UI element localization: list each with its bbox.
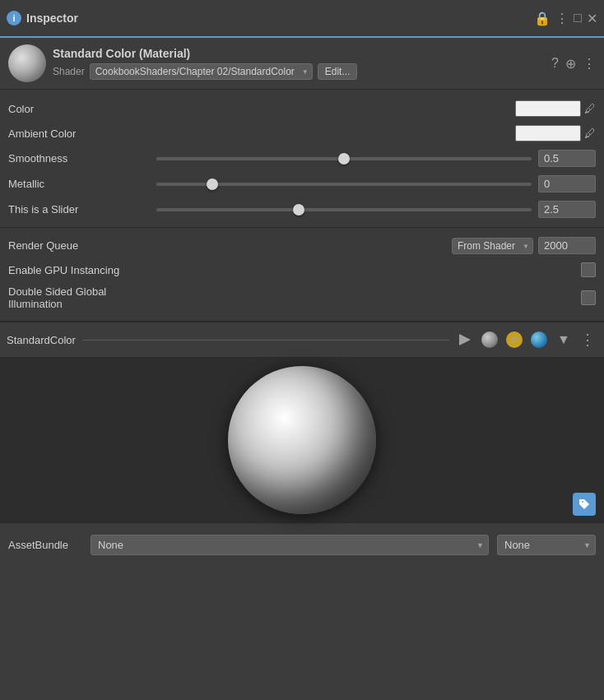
more-options-icon[interactable]: ⋮ bbox=[555, 11, 569, 26]
edit-shader-button[interactable]: Edit... bbox=[318, 63, 358, 80]
metallic-fill bbox=[156, 183, 212, 186]
custom-slider-wrap: 2.5 bbox=[156, 201, 596, 218]
custom-slider-label: This is a Slider bbox=[8, 203, 156, 216]
color-label: Color bbox=[8, 103, 156, 115]
render-queue-row: Render Queue From Shader 2000 bbox=[0, 233, 604, 258]
material-info: Standard Color (Material) Shader Cookboo… bbox=[53, 47, 545, 80]
double-sided-gi-label: Double Sided Global Illumination bbox=[8, 285, 156, 310]
preview-sphere-dropdown[interactable]: ▼ bbox=[555, 331, 573, 349]
ambient-color-swatch[interactable] bbox=[515, 125, 581, 141]
preview-divider bbox=[82, 340, 449, 341]
gpu-instancing-checkbox[interactable] bbox=[581, 262, 596, 277]
header-more-icon[interactable]: ⋮ bbox=[583, 56, 596, 72]
preview-sphere-icon[interactable] bbox=[481, 331, 499, 349]
shader-dropdown-wrap[interactable]: CookbookShaders/Chapter 02/StandardColor bbox=[90, 63, 313, 80]
close-icon[interactable]: ✕ bbox=[587, 11, 597, 26]
preview-material-sphere bbox=[228, 366, 376, 514]
bottom-section: AssetBundle None None bbox=[0, 522, 604, 567]
smoothness-row: Smoothness 0.5 bbox=[0, 146, 604, 171]
ambient-color-label: Ambient Color bbox=[8, 127, 156, 140]
ambient-color-control: 🖊 bbox=[515, 125, 596, 141]
tag-icon bbox=[578, 498, 591, 511]
color-control: 🖊 bbox=[515, 100, 596, 117]
render-queue-value[interactable]: 2000 bbox=[538, 237, 596, 254]
asset-bundle-dropdown2-wrap[interactable]: None bbox=[497, 535, 596, 555]
shader-label: Shader bbox=[53, 66, 85, 77]
custom-slider-row: This is a Slider 2.5 bbox=[0, 197, 604, 222]
asset-bundle-dropdown1-wrap[interactable]: None bbox=[91, 535, 489, 555]
section-divider bbox=[0, 227, 604, 228]
preview-play-button[interactable] bbox=[456, 331, 474, 349]
preview-bar: StandardColor ⚙ ▼ ⋮ bbox=[0, 322, 604, 358]
smoothness-thumb[interactable] bbox=[338, 153, 350, 165]
lock-icon[interactable]: 🔒 bbox=[534, 11, 551, 26]
custom-slider-value[interactable]: 2.5 bbox=[538, 201, 596, 218]
smoothness-slider-wrap: 0.5 bbox=[156, 150, 596, 167]
custom-slider-fill bbox=[156, 208, 299, 211]
header-actions: ? ⊕ ⋮ bbox=[551, 56, 596, 72]
metallic-row: Metallic 0 bbox=[0, 171, 604, 197]
custom-slider-track[interactable] bbox=[156, 208, 532, 211]
metallic-thumb[interactable] bbox=[207, 178, 218, 190]
render-queue-control: From Shader 2000 bbox=[452, 237, 596, 254]
smoothness-track[interactable] bbox=[156, 157, 532, 160]
gpu-instancing-label: Enable GPU Instancing bbox=[8, 264, 156, 276]
render-queue-dropdown-wrap[interactable]: From Shader bbox=[452, 238, 533, 254]
metallic-value[interactable]: 0 bbox=[538, 175, 596, 192]
sphere-active-shape-icon bbox=[531, 331, 547, 348]
shader-row: Shader CookbookShaders/Chapter 02/Standa… bbox=[53, 63, 545, 80]
color-swatch[interactable] bbox=[515, 100, 581, 117]
render-queue-dropdown[interactable]: From Shader bbox=[452, 238, 533, 254]
preview-active-sphere-icon[interactable] bbox=[530, 331, 548, 349]
three-dots-icon: ⋮ bbox=[580, 331, 597, 349]
material-name: Standard Color (Material) bbox=[53, 47, 545, 60]
ambient-color-row: Ambient Color 🖊 bbox=[0, 121, 604, 146]
settings-gear-icon: ⚙ bbox=[506, 331, 523, 348]
metallic-slider-wrap: 0 bbox=[156, 175, 596, 192]
link-icon[interactable]: ⊕ bbox=[565, 56, 576, 72]
smoothness-fill bbox=[156, 157, 344, 160]
gpu-instancing-row: Enable GPU Instancing bbox=[0, 258, 604, 281]
metallic-label: Metallic bbox=[8, 178, 156, 190]
render-queue-label: Render Queue bbox=[8, 239, 156, 252]
smoothness-label: Smoothness bbox=[8, 152, 156, 165]
asset-bundle-dropdown1[interactable]: None bbox=[91, 535, 489, 555]
title-bar-actions: 🔒 ⋮ □ ✕ bbox=[534, 11, 597, 26]
material-header: Standard Color (Material) Shader Cookboo… bbox=[0, 38, 604, 90]
sphere-shape-icon bbox=[481, 331, 498, 348]
preview-name: StandardColor bbox=[7, 334, 76, 346]
inspector-icon: i bbox=[7, 11, 21, 25]
window-title: Inspector bbox=[26, 12, 534, 25]
ambient-eyedropper[interactable]: 🖊 bbox=[584, 127, 596, 140]
preview-icons: ⚙ ▼ ⋮ bbox=[456, 331, 597, 349]
preview-container bbox=[0, 358, 604, 522]
preview-area bbox=[0, 358, 604, 522]
double-sided-gi-checkbox[interactable] bbox=[581, 290, 596, 305]
maximize-icon[interactable]: □ bbox=[574, 11, 582, 25]
material-preview-sphere bbox=[8, 44, 46, 82]
shader-dropdown[interactable]: CookbookShaders/Chapter 02/StandardColor bbox=[90, 63, 313, 80]
properties-section: Color 🖊 Ambient Color 🖊 Smoothness 0.5 M… bbox=[0, 90, 604, 322]
title-bar: i Inspector 🔒 ⋮ □ ✕ bbox=[0, 0, 604, 38]
help-icon[interactable]: ? bbox=[551, 56, 559, 71]
asset-bundle-row: AssetBundle None None bbox=[0, 530, 604, 560]
metallic-track[interactable] bbox=[156, 183, 532, 186]
preview-settings-icon[interactable]: ⚙ bbox=[505, 331, 523, 349]
tag-button[interactable] bbox=[573, 493, 596, 516]
preview-more-options[interactable]: ⋮ bbox=[579, 331, 597, 349]
smoothness-value[interactable]: 0.5 bbox=[538, 150, 596, 167]
play-triangle-icon bbox=[459, 334, 471, 345]
double-sided-gi-row: Double Sided Global Illumination bbox=[0, 281, 604, 314]
asset-bundle-dropdown2[interactable]: None bbox=[497, 535, 596, 555]
asset-bundle-label: AssetBundle bbox=[8, 539, 82, 551]
color-eyedropper[interactable]: 🖊 bbox=[584, 102, 596, 115]
color-row: Color 🖊 bbox=[0, 96, 604, 121]
custom-slider-thumb[interactable] bbox=[293, 204, 304, 216]
